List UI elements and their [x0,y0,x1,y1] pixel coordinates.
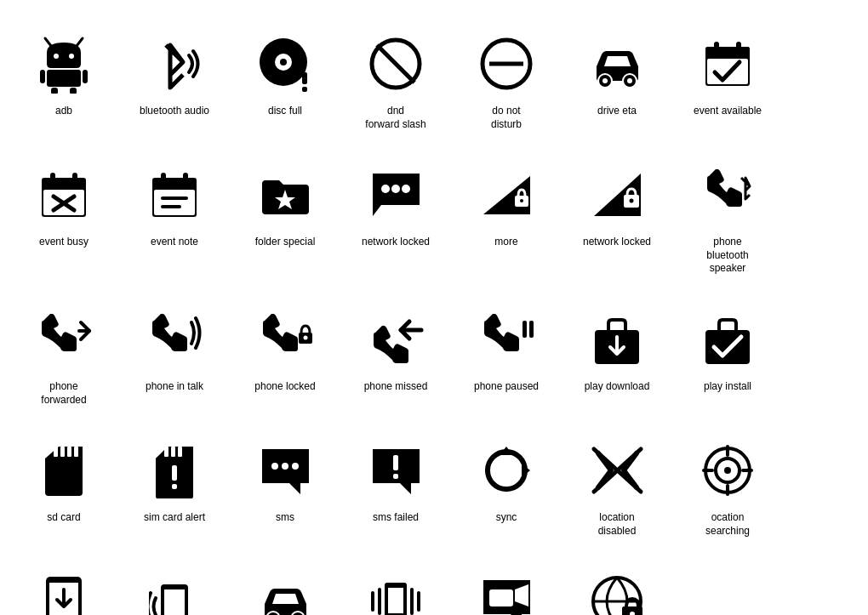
phone-missed-icon [362,305,430,373]
svg-rect-72 [393,474,398,479]
icon-cell-location-disabled: locationdisabled [562,424,672,555]
disc-full-icon [251,30,319,98]
icon-cell-phone-locked: phone locked [230,293,340,424]
svg-point-53 [303,335,307,339]
icon-cell-bluetooth-audio: bluetooth audio [119,17,230,148]
sms-label: sms [276,511,294,525]
icon-cell-phone-forwarded: phoneforwarded [9,293,119,424]
svg-rect-63 [164,447,168,457]
svg-rect-64 [171,447,175,457]
network-locked-label: network locked [583,236,651,249]
icon-cell-folder-special: folder special [230,148,340,293]
do-not-disturb-label: do notdisturb [491,105,522,131]
svg-rect-32 [72,173,77,185]
icon-cell-location-searching: ocationsearching [672,424,783,555]
more-icon [472,161,540,229]
sim-card-alert-icon [140,436,208,504]
icon-cell-voice-chat: voice chat [451,555,562,615]
icon-cell-sim-card-alert: sim card alert [119,424,230,555]
sms-failed-label: sms failed [373,511,419,525]
svg-rect-38 [183,173,188,185]
more-label: more [494,236,517,249]
svg-rect-60 [60,447,65,457]
icon-cell-system-update: system update [9,555,119,615]
icon-cell-disc-full: disc full [230,17,340,148]
event-busy-icon [30,161,98,229]
phone-in-talk-label: phone in talk [146,380,203,394]
svg-line-17 [377,45,414,83]
icon-cell-event-available: event available [672,17,783,148]
network-locked-msg-label: network locked [362,236,430,249]
svg-rect-37 [161,173,166,185]
icon-cell-do-not-disturb: do notdisturb [451,17,562,148]
icon-cell-vibration: vibration [340,555,451,615]
svg-rect-39 [161,196,188,200]
svg-rect-10 [70,88,77,94]
icon-grid: adb bluetooth audio disc [9,17,859,615]
icon-cell-phone-missed: phone missed [340,293,451,424]
svg-line-2 [45,38,51,46]
phone-bluetooth-speaker-icon [694,161,762,229]
drive-eta-2-icon [251,567,319,615]
icon-cell-play-install: play install [672,293,783,424]
tap-and-play-icon [140,567,208,615]
icon-cell-sync: sync [451,424,562,555]
icon-cell-phone-in-talk: phone in talk [119,293,230,424]
svg-point-43 [391,185,400,193]
adb-label: adb [55,105,72,118]
icon-cell-sms-failed: sms failed [340,424,451,555]
svg-rect-67 [172,484,177,489]
bluetooth-audio-icon [140,30,208,98]
icon-cell-vpn-lock: vpn lock [562,555,672,615]
do-not-disturb-icon [472,30,540,98]
play-download-label: play download [585,380,650,394]
icon-cell-tap-and-play: tap and play [119,555,230,615]
voice-chat-icon [472,567,540,615]
sms-failed-icon [362,436,430,504]
svg-rect-14 [302,72,307,84]
dnd-forward-slash-icon [362,30,430,98]
phone-forwarded-label: phoneforwarded [41,380,86,407]
svg-point-23 [627,78,632,83]
svg-rect-28 [736,42,741,54]
icon-cell-network-locked-msg: network locked [340,148,451,293]
icon-cell-dnd-forward-slash: dndforward slash [340,17,451,148]
icon-cell-drive-eta-2: drive eta [230,555,340,615]
svg-point-68 [271,463,278,470]
phone-locked-icon [251,305,319,373]
svg-point-47 [520,199,523,202]
icon-cell-sms: sms [230,424,340,555]
network-locked-msg-icon [362,161,430,229]
svg-rect-40 [161,205,181,208]
phone-paused-label: phone paused [474,380,539,394]
svg-rect-88 [164,589,185,615]
disc-full-label: disc full [268,105,302,118]
sync-icon [472,436,540,504]
dnd-forward-slash-label: dndforward slash [365,105,425,131]
svg-rect-27 [714,42,719,54]
phone-locked-label: phone locked [254,380,315,394]
svg-point-42 [381,185,390,193]
phone-paused-icon [472,305,540,373]
icon-cell-phone-bluetooth-speaker: phonebluetoothspeaker [672,148,783,293]
svg-rect-95 [388,588,403,613]
location-disabled-label: locationdisabled [598,511,637,538]
location-searching-label: ocationsearching [705,511,750,538]
bluetooth-audio-label: bluetooth audio [140,105,209,118]
svg-rect-15 [302,87,307,92]
svg-rect-8 [83,70,88,83]
icon-cell-play-download: play download [562,293,672,424]
event-available-icon [694,30,762,98]
play-download-icon [583,305,651,373]
icon-cell-phone-paused: phone paused [451,293,562,424]
network-locked-icon [583,161,651,229]
icon-cell-more: more [451,148,562,293]
svg-point-22 [602,78,608,83]
drive-eta-icon [583,30,651,98]
icon-cell-event-note: event note [119,148,230,293]
svg-point-69 [282,463,288,470]
sms-icon [251,436,319,504]
phone-missed-label: phone missed [364,380,428,394]
event-available-label: event available [694,105,762,118]
svg-rect-61 [67,447,71,457]
